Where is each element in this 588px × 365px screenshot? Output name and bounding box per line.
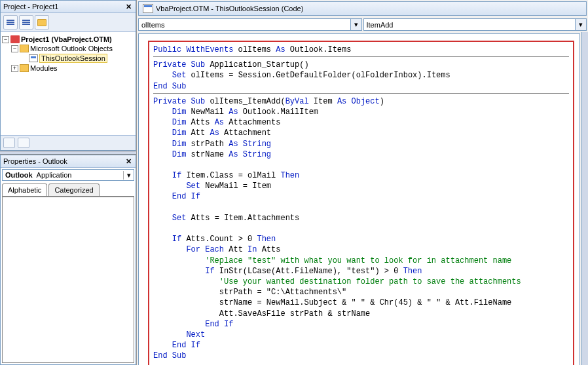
project-explorer-pane: Project - Project1 ✕ − Project1 (VbaProj… xyxy=(0,0,136,151)
expand-icon[interactable]: + xyxy=(11,65,18,72)
chevron-down-icon[interactable]: ▾ xyxy=(350,19,361,30)
view-mode-button-1[interactable] xyxy=(3,138,15,148)
left-panel: Project - Project1 ✕ − Project1 (VbaProj… xyxy=(0,0,137,365)
tree-root-label: Project1 (VbaProject.OTM) xyxy=(21,35,112,43)
properties-object-combo[interactable]: Outlook Application ▾ xyxy=(2,169,134,181)
code-editor[interactable]: Public WithEvents olItems As Outlook.Ite… xyxy=(138,33,580,365)
project-bottom-toolbar xyxy=(1,135,136,150)
properties-pane: Properties - Outlook ✕ Outlook Applicati… xyxy=(0,155,136,365)
tree-folder-label: Modules xyxy=(30,64,58,72)
properties-title-text: Properties - Outlook xyxy=(3,157,67,165)
tree-folder-modules[interactable]: + Modules xyxy=(2,64,134,73)
folder-icon xyxy=(20,45,29,52)
properties-grid[interactable] xyxy=(2,197,134,363)
view-object-button[interactable] xyxy=(19,15,33,29)
right-panel: VbaProject.OTM - ThisOutlookSession (Cod… xyxy=(137,0,588,365)
tab-alphabetic[interactable]: Alphabetic xyxy=(2,183,47,196)
procedure-combo-value: ItemAdd xyxy=(364,20,576,30)
close-icon[interactable]: ✕ xyxy=(124,157,133,166)
tree-item-thisoutlooksession[interactable]: ThisOutlookSession xyxy=(2,53,134,64)
code-window-titlebar: VbaProject.OTM - ThisOutlookSession (Cod… xyxy=(138,1,587,16)
properties-object-name: Outlook xyxy=(3,170,35,180)
tree-folder-outlook-objects[interactable]: − Microsoft Outlook Objects xyxy=(2,44,134,53)
folder-icon xyxy=(37,19,46,26)
view-mode-button-2[interactable] xyxy=(18,138,29,148)
project-pane-title: Project - Project1 ✕ xyxy=(1,1,136,13)
code-text[interactable]: Public WithEvents olItems As Outlook.Ite… xyxy=(153,45,569,361)
chevron-down-icon[interactable]: ▾ xyxy=(575,19,586,30)
code-window-title: VbaProject.OTM - ThisOutlookSession (Cod… xyxy=(156,5,303,12)
properties-pane-title: Properties - Outlook ✕ xyxy=(1,155,136,168)
tree-folder-label: Microsoft Outlook Objects xyxy=(30,45,113,52)
procedure-combo[interactable]: ItemAdd ▾ xyxy=(363,18,587,31)
code-highlight-box: Public WithEvents olItems As Outlook.Ite… xyxy=(148,41,574,365)
tree-root[interactable]: − Project1 (VbaProject.OTM) xyxy=(2,35,134,44)
properties-object-type: Application xyxy=(35,170,123,180)
properties-tabs: Alphabetic Categorized xyxy=(2,183,134,197)
folder-icon xyxy=(20,64,29,72)
collapse-icon[interactable]: − xyxy=(11,45,18,52)
tab-categorized[interactable]: Categorized xyxy=(48,183,99,196)
tree-item-label-selected: ThisOutlookSession xyxy=(39,54,107,63)
window-right-edge xyxy=(581,32,588,365)
collapse-icon[interactable]: − xyxy=(2,36,9,43)
chevron-down-icon[interactable]: ▾ xyxy=(123,171,134,180)
code-combo-row: olItems ▾ ItemAdd ▾ xyxy=(138,18,587,31)
project-pane-title-text: Project - Project1 xyxy=(3,3,58,10)
project-tree[interactable]: − Project1 (VbaProject.OTM) − Microsoft … xyxy=(1,32,136,135)
code-window-icon xyxy=(143,4,153,13)
object-combo[interactable]: olItems ▾ xyxy=(138,18,362,31)
close-icon[interactable]: ✕ xyxy=(124,2,133,11)
module-icon xyxy=(29,54,38,62)
view-code-button[interactable] xyxy=(3,15,18,29)
toggle-folders-button[interactable] xyxy=(35,15,49,29)
object-combo-value: olItems xyxy=(139,20,350,30)
project-icon xyxy=(10,35,20,43)
project-toolbar xyxy=(1,13,136,32)
